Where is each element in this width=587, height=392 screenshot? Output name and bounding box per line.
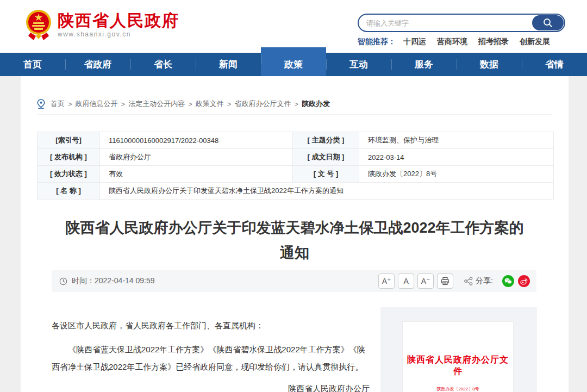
crumb-separator: > (68, 100, 72, 108)
meta-label-validity: [ 效力状态 ] (38, 166, 100, 183)
search-box (358, 14, 565, 32)
meta-value-category: 环境监测、保护与治理 (359, 132, 554, 149)
body-salutation: 各设区市人民政府，省人民政府各工作部门、各直属机构： (52, 317, 370, 334)
nav-item-government[interactable]: 省政府 (65, 53, 130, 76)
nav-item-data[interactable]: 数据 (457, 53, 522, 76)
crumb-separator: > (188, 100, 192, 108)
meta-label-category: [ 主题分类 ] (293, 132, 359, 149)
table-row: [ 效力状态 ] 有效 [ 文 号 ] 陕政办发〔2022〕8号 (38, 166, 554, 183)
meta-label-number: [ 文 号 ] (293, 166, 359, 183)
crumb-home[interactable]: 首页 (51, 99, 65, 109)
nav-item-news[interactable]: 新闻 (196, 53, 261, 76)
nav-item-policy[interactable]: 政策 (261, 47, 326, 76)
site-logo[interactable]: 陕西省人民政府 www.shaanxi.gov.cn (25, 9, 179, 40)
document-preview-panel: 陕西省人民政府办公厅文件 陕政办发〔2022〕8号 (380, 307, 537, 392)
recommend-link-business[interactable]: 营商环境 (437, 37, 467, 47)
location-pin-icon (37, 99, 45, 109)
breadcrumb: 首页 > 政府信息公开 > 法定主动公开内容 > 政策文件 > 省政府办公厅文件… (37, 99, 552, 115)
main-nav: 首页 省政府 省长 新闻 政策 互动 服务 数据 省情 (0, 53, 587, 76)
crumb-current: 陕政办发 (302, 99, 330, 109)
crumb-separator: > (227, 100, 232, 108)
site-url: www.shaanxi.gov.cn (58, 30, 179, 38)
meta-value-validity: 有效 (100, 166, 293, 183)
font-normal-button[interactable]: A (398, 273, 414, 289)
table-row: [索引号] 116100000160002917/2022-00348 [ 主题… (38, 132, 554, 149)
nav-item-governor[interactable]: 省长 (130, 53, 196, 76)
body-signature: 陕西省人民政府办公厅 (52, 380, 370, 392)
search-button[interactable] (532, 15, 564, 30)
document-preview-page: 陕西省人民政府办公厅文件 陕政办发〔2022〕8号 (402, 321, 514, 392)
nav-item-interaction[interactable]: 互动 (326, 53, 391, 76)
publish-time: 时间：2022-04-14 09:59 (72, 276, 155, 286)
crumb-separator: > (294, 100, 298, 108)
crumb-office-documents[interactable]: 省政府办公厅文件 (234, 99, 291, 109)
meta-label-date: [ 成文日期 ] (293, 149, 359, 166)
recommend-link-innovation[interactable]: 创新发展 (520, 37, 550, 47)
preview-letterhead: 陕西省人民政府办公厅文件 (403, 354, 513, 377)
body-paragraph: 《陕西省蓝天保卫战2022年工作方案》《陕西省碧水保卫战2022年工作方案》《陕… (52, 341, 370, 376)
clock-icon (59, 277, 67, 285)
page-title: 陕西省人民政府办公厅关于印发蓝天碧水净土保卫战2022年工作方案的通知 (21, 215, 569, 265)
recommend-link-14games[interactable]: 十四运 (403, 37, 426, 47)
recommend-link-recruit[interactable]: 招考招录 (478, 37, 509, 47)
wechat-share-icon[interactable] (502, 275, 514, 287)
meta-value-issuer: 省政府办公厅 (100, 149, 293, 166)
share-label: 分享: (476, 276, 493, 286)
content-area: 首页 > 政府信息公开 > 法定主动公开内容 > 政策文件 > 省政府办公厅文件… (21, 76, 569, 392)
search-input[interactable] (366, 15, 524, 31)
printer-icon (441, 277, 449, 285)
nav-item-province[interactable]: 省情 (522, 53, 587, 76)
crumb-separator: > (121, 100, 126, 108)
preview-doc-number: 陕政办发〔2022〕8号 (403, 386, 513, 392)
share-icon (464, 277, 473, 285)
print-button[interactable] (437, 273, 453, 289)
meta-label-name: [ 名 称 ] (38, 183, 100, 200)
crumb-info-disclosure[interactable]: 政府信息公开 (76, 99, 118, 109)
smart-recommend: 智能推荐： 十四运 营商环境 招考招录 创新发展 (358, 37, 565, 47)
site-header: 陕西省人民政府 www.shaanxi.gov.cn 智能推荐： 十四运 营商环… (0, 0, 587, 53)
recommend-label: 智能推荐： (358, 37, 396, 47)
font-smaller-button[interactable]: A⁻ (417, 273, 434, 289)
font-larger-button[interactable]: A⁺ (378, 273, 395, 289)
nav-item-services[interactable]: 服务 (391, 53, 457, 76)
meta-value-number: 陕政办发〔2022〕8号 (359, 166, 554, 183)
meta-value-name: 陕西省人民政府办公厅关于印发蓝天碧水净土保卫战2022年工作方案的通知 (100, 183, 554, 200)
crumb-policy-documents[interactable]: 政策文件 (196, 99, 224, 109)
meta-value-date: 2022-03-14 (359, 149, 554, 166)
table-row: [ 名 称 ] 陕西省人民政府办公厅关于印发蓝天碧水净土保卫战2022年工作方案… (38, 183, 554, 200)
article-body: 各设区市人民政府，省人民政府各工作部门、各直属机构： 《陕西省蓝天保卫战2022… (52, 307, 370, 392)
page: 陕西省人民政府 www.shaanxi.gov.cn 智能推荐： 十四运 营商环… (0, 0, 587, 392)
article-toolbar: 时间：2022-04-14 09:59 A⁺ A A⁻ (52, 270, 536, 292)
search-icon (542, 17, 553, 28)
meta-label-index: [索引号] (38, 132, 100, 149)
site-name: 陕西省人民政府 (58, 12, 179, 29)
meta-value-index: 116100000160002917/2022-00348 (100, 132, 293, 149)
document-meta-table: [索引号] 116100000160002917/2022-00348 [ 主题… (37, 132, 554, 200)
national-emblem-icon (25, 9, 52, 40)
weibo-share-icon[interactable] (518, 275, 530, 287)
table-row: [ 发布机构 ] 省政府办公厅 [ 成文日期 ] 2022-03-14 (38, 149, 554, 166)
crumb-statutory-content[interactable]: 法定主动公开内容 (128, 99, 185, 109)
meta-label-issuer: [ 发布机构 ] (38, 149, 100, 166)
nav-item-home[interactable]: 首页 (0, 53, 65, 76)
